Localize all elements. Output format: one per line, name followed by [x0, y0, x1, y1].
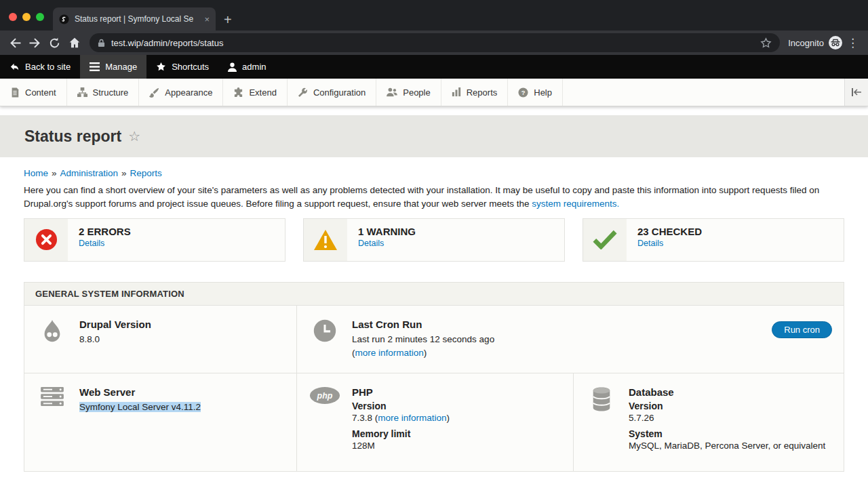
paren-close: )	[424, 348, 427, 358]
cron-value: Last run 2 minutes 12 seconds ago	[352, 333, 494, 346]
page-header: Status report ☆	[0, 115, 868, 157]
menu-item-reports[interactable]: Reports	[441, 79, 509, 106]
browser-menu-icon[interactable]: ⋮	[847, 36, 859, 50]
database-title: Database	[629, 386, 825, 398]
cron-more-information-link[interactable]: more information	[355, 348, 424, 358]
breadcrumb-separator: »	[121, 168, 127, 178]
drupal-admin-menu: Content Structure Appearance Extend Conf…	[0, 79, 868, 106]
zoom-window-button[interactable]	[36, 13, 44, 21]
user-label: admin	[242, 62, 266, 72]
reload-icon[interactable]	[45, 33, 64, 53]
browser-tab[interactable]: Status report | Symfony Local Se ×	[53, 7, 216, 30]
tab-title: Status report | Symfony Local Se	[75, 14, 199, 24]
home-icon[interactable]	[64, 33, 84, 53]
checked-card: 23 CHECKED Details	[583, 218, 844, 262]
web-server-title: Web Server	[79, 386, 201, 398]
shortcuts-tab[interactable]: Shortcuts	[146, 55, 218, 79]
run-cron-button[interactable]: Run cron	[772, 321, 832, 338]
database-system-label: System	[629, 428, 825, 439]
checked-count: 23 CHECKED	[637, 226, 702, 237]
menu-item-content[interactable]: Content	[0, 79, 67, 106]
menu-item-label: Configuration	[313, 87, 366, 98]
back-to-site-label: Back to site	[25, 62, 71, 72]
breadcrumb-home-link[interactable]: Home	[24, 168, 48, 178]
php-memory-limit-label: Memory limit	[352, 428, 450, 439]
menu-item-label: People	[403, 87, 430, 98]
breadcrumb-reports-link[interactable]: Reports	[130, 168, 162, 178]
tab-close-icon[interactable]: ×	[204, 14, 210, 24]
structure-icon	[77, 87, 87, 98]
drupal-version-title: Drupal Version	[79, 319, 151, 330]
intro-text: Here you can find a short overview of yo…	[24, 185, 819, 209]
shortcuts-label: Shortcuts	[172, 62, 209, 72]
main-content: Home»Administration»Reports Here you can…	[0, 157, 868, 472]
php-title: PHP	[352, 386, 450, 398]
drupal-admin-toolbar: Back to site Manage Shortcuts admin	[0, 55, 868, 79]
svg-text:php: php	[317, 391, 333, 401]
manage-label: Manage	[105, 62, 137, 72]
incognito-label: Incognito	[788, 38, 824, 48]
menu-item-label: Structure	[93, 87, 129, 98]
php-memory-limit-value: 128M	[352, 439, 450, 453]
toolbar-collapse-button[interactable]	[844, 79, 868, 106]
system-requirements-link[interactable]: system requirements.	[532, 199, 619, 209]
menu-item-configuration[interactable]: Configuration	[288, 79, 376, 106]
lock-icon	[98, 39, 105, 47]
close-window-button[interactable]	[9, 13, 17, 21]
php-cell: php PHP Version 7.3.8 (more information)…	[297, 373, 574, 471]
intro-paragraph: Here you can find a short overview of yo…	[24, 184, 844, 211]
panel-row-1: Drupal Version 8.8.0 Last Cron Run Last …	[24, 306, 844, 374]
forward-icon[interactable]	[25, 33, 45, 53]
hamburger-icon	[90, 62, 100, 71]
minimize-window-button[interactable]	[22, 13, 31, 21]
errors-details-link[interactable]: Details	[79, 239, 104, 248]
warnings-card: 1 WARNING Details	[303, 218, 565, 262]
svg-text:?: ?	[521, 89, 526, 96]
menu-item-label: Content	[25, 87, 56, 98]
menu-item-label: Extend	[249, 87, 276, 98]
status-summary: 2 ERRORS Details 1 WARNING Details 23 CH…	[24, 218, 844, 262]
general-system-information-panel: GENERAL SYSTEM INFORMATION Drupal Versio…	[24, 282, 844, 472]
php-version-value: 7.3.8	[352, 413, 372, 423]
breadcrumb-administration-link[interactable]: Administration	[60, 168, 119, 178]
web-server-cell: Web Server Symfony Local Server v4.11.2	[24, 373, 297, 471]
database-cell: Database Version 5.7.26 System MySQL, Ma…	[574, 373, 844, 471]
menu-item-label: Help	[534, 87, 552, 98]
menu-item-label: Reports	[467, 87, 498, 98]
php-more-information-link[interactable]: more information	[378, 413, 446, 423]
warnings-details-link[interactable]: Details	[358, 239, 384, 248]
web-server-value: Symfony Local Server v4.11.2	[79, 402, 201, 412]
paintbrush-icon	[149, 87, 159, 98]
bookmark-star-icon[interactable]	[760, 37, 772, 49]
help-icon: ?	[518, 87, 528, 98]
menu-item-extend[interactable]: Extend	[223, 79, 287, 106]
database-version-label: Version	[629, 401, 825, 411]
window-controls	[9, 13, 44, 21]
menu-item-appearance[interactable]: Appearance	[139, 79, 223, 106]
back-icon[interactable]	[5, 33, 25, 53]
favorite-star-icon[interactable]: ☆	[128, 128, 140, 144]
puzzle-icon	[233, 87, 243, 98]
checked-details-link[interactable]: Details	[637, 239, 663, 248]
header-spacer	[0, 106, 868, 115]
menu-item-help[interactable]: ? Help	[508, 79, 563, 106]
address-bar[interactable]: test.wip/admin/reports/status	[90, 33, 780, 52]
back-to-site-button[interactable]: Back to site	[0, 55, 80, 79]
new-tab-button[interactable]: +	[224, 13, 232, 26]
manage-tab[interactable]: Manage	[80, 55, 146, 79]
last-cron-run-cell: Last Cron Run Last run 2 minutes 12 seco…	[297, 306, 844, 374]
incognito-icon	[828, 35, 843, 50]
panel-row-2: Web Server Symfony Local Server v4.11.2 …	[24, 373, 844, 471]
page-title: Status report	[24, 127, 121, 146]
user-tab[interactable]: admin	[218, 55, 275, 79]
tab-favicon-icon	[59, 14, 69, 24]
checkmark-icon	[583, 219, 627, 261]
panel-heading: GENERAL SYSTEM INFORMATION	[24, 283, 844, 306]
people-icon	[387, 87, 397, 97]
clock-icon	[309, 319, 340, 343]
breadcrumb-separator: »	[52, 168, 57, 178]
menu-item-people[interactable]: People	[376, 79, 441, 106]
menu-item-structure[interactable]: Structure	[67, 79, 140, 106]
php-version-line: 7.3.8 (more information)	[352, 411, 450, 425]
url-text[interactable]: test.wip/admin/reports/status	[111, 38, 754, 48]
